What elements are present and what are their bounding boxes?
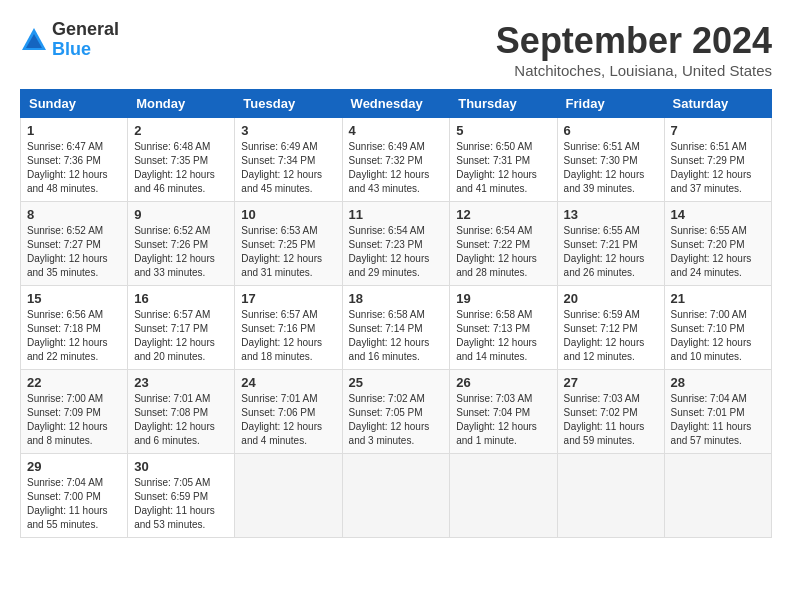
calendar-header-monday: Monday	[128, 90, 235, 118]
calendar-cell: 19Sunrise: 6:58 AM Sunset: 7:13 PM Dayli…	[450, 286, 557, 370]
day-info: Sunrise: 7:05 AM Sunset: 6:59 PM Dayligh…	[134, 476, 228, 532]
day-info: Sunrise: 6:49 AM Sunset: 7:34 PM Dayligh…	[241, 140, 335, 196]
calendar-cell: 26Sunrise: 7:03 AM Sunset: 7:04 PM Dayli…	[450, 370, 557, 454]
day-number: 23	[134, 375, 228, 390]
calendar-cell: 8Sunrise: 6:52 AM Sunset: 7:27 PM Daylig…	[21, 202, 128, 286]
day-number: 9	[134, 207, 228, 222]
day-number: 26	[456, 375, 550, 390]
day-info: Sunrise: 6:55 AM Sunset: 7:21 PM Dayligh…	[564, 224, 658, 280]
calendar-cell: 6Sunrise: 6:51 AM Sunset: 7:30 PM Daylig…	[557, 118, 664, 202]
day-info: Sunrise: 6:54 AM Sunset: 7:23 PM Dayligh…	[349, 224, 444, 280]
calendar-cell: 21Sunrise: 7:00 AM Sunset: 7:10 PM Dayli…	[664, 286, 771, 370]
calendar-week-row: 8Sunrise: 6:52 AM Sunset: 7:27 PM Daylig…	[21, 202, 772, 286]
day-info: Sunrise: 7:02 AM Sunset: 7:05 PM Dayligh…	[349, 392, 444, 448]
day-number: 15	[27, 291, 121, 306]
calendar-cell	[664, 454, 771, 538]
day-number: 21	[671, 291, 765, 306]
day-info: Sunrise: 6:53 AM Sunset: 7:25 PM Dayligh…	[241, 224, 335, 280]
calendar-cell: 11Sunrise: 6:54 AM Sunset: 7:23 PM Dayli…	[342, 202, 450, 286]
calendar-cell: 30Sunrise: 7:05 AM Sunset: 6:59 PM Dayli…	[128, 454, 235, 538]
day-number: 29	[27, 459, 121, 474]
day-number: 22	[27, 375, 121, 390]
calendar-cell: 2Sunrise: 6:48 AM Sunset: 7:35 PM Daylig…	[128, 118, 235, 202]
calendar-cell: 5Sunrise: 6:50 AM Sunset: 7:31 PM Daylig…	[450, 118, 557, 202]
day-number: 6	[564, 123, 658, 138]
calendar-cell: 13Sunrise: 6:55 AM Sunset: 7:21 PM Dayli…	[557, 202, 664, 286]
calendar-cell: 20Sunrise: 6:59 AM Sunset: 7:12 PM Dayli…	[557, 286, 664, 370]
calendar-cell: 16Sunrise: 6:57 AM Sunset: 7:17 PM Dayli…	[128, 286, 235, 370]
logo-icon	[20, 26, 48, 54]
day-info: Sunrise: 6:58 AM Sunset: 7:13 PM Dayligh…	[456, 308, 550, 364]
day-info: Sunrise: 6:50 AM Sunset: 7:31 PM Dayligh…	[456, 140, 550, 196]
calendar-cell: 1Sunrise: 6:47 AM Sunset: 7:36 PM Daylig…	[21, 118, 128, 202]
calendar-cell: 14Sunrise: 6:55 AM Sunset: 7:20 PM Dayli…	[664, 202, 771, 286]
day-number: 1	[27, 123, 121, 138]
day-number: 11	[349, 207, 444, 222]
calendar-cell: 24Sunrise: 7:01 AM Sunset: 7:06 PM Dayli…	[235, 370, 342, 454]
calendar-cell: 3Sunrise: 6:49 AM Sunset: 7:34 PM Daylig…	[235, 118, 342, 202]
day-number: 19	[456, 291, 550, 306]
day-number: 18	[349, 291, 444, 306]
calendar-week-row: 1Sunrise: 6:47 AM Sunset: 7:36 PM Daylig…	[21, 118, 772, 202]
logo-text: General Blue	[52, 20, 119, 60]
day-number: 13	[564, 207, 658, 222]
logo: General Blue	[20, 20, 119, 60]
calendar-cell: 18Sunrise: 6:58 AM Sunset: 7:14 PM Dayli…	[342, 286, 450, 370]
day-number: 10	[241, 207, 335, 222]
calendar-header-saturday: Saturday	[664, 90, 771, 118]
calendar-cell	[450, 454, 557, 538]
day-number: 24	[241, 375, 335, 390]
calendar-header-tuesday: Tuesday	[235, 90, 342, 118]
calendar-header-thursday: Thursday	[450, 90, 557, 118]
day-info: Sunrise: 7:04 AM Sunset: 7:01 PM Dayligh…	[671, 392, 765, 448]
day-info: Sunrise: 7:00 AM Sunset: 7:10 PM Dayligh…	[671, 308, 765, 364]
calendar-cell: 9Sunrise: 6:52 AM Sunset: 7:26 PM Daylig…	[128, 202, 235, 286]
day-number: 7	[671, 123, 765, 138]
day-number: 12	[456, 207, 550, 222]
calendar-cell: 4Sunrise: 6:49 AM Sunset: 7:32 PM Daylig…	[342, 118, 450, 202]
day-info: Sunrise: 6:51 AM Sunset: 7:30 PM Dayligh…	[564, 140, 658, 196]
logo-general: General	[52, 20, 119, 40]
page-header: General Blue September 2024 Natchitoches…	[20, 20, 772, 79]
calendar-cell: 29Sunrise: 7:04 AM Sunset: 7:00 PM Dayli…	[21, 454, 128, 538]
calendar-header-wednesday: Wednesday	[342, 90, 450, 118]
day-number: 20	[564, 291, 658, 306]
calendar-week-row: 15Sunrise: 6:56 AM Sunset: 7:18 PM Dayli…	[21, 286, 772, 370]
day-info: Sunrise: 6:59 AM Sunset: 7:12 PM Dayligh…	[564, 308, 658, 364]
calendar-header-sunday: Sunday	[21, 90, 128, 118]
day-number: 17	[241, 291, 335, 306]
day-number: 16	[134, 291, 228, 306]
day-info: Sunrise: 6:57 AM Sunset: 7:17 PM Dayligh…	[134, 308, 228, 364]
day-number: 2	[134, 123, 228, 138]
day-info: Sunrise: 6:48 AM Sunset: 7:35 PM Dayligh…	[134, 140, 228, 196]
day-number: 27	[564, 375, 658, 390]
day-info: Sunrise: 7:01 AM Sunset: 7:06 PM Dayligh…	[241, 392, 335, 448]
calendar-week-row: 22Sunrise: 7:00 AM Sunset: 7:09 PM Dayli…	[21, 370, 772, 454]
calendar-header-friday: Friday	[557, 90, 664, 118]
calendar-cell: 25Sunrise: 7:02 AM Sunset: 7:05 PM Dayli…	[342, 370, 450, 454]
day-info: Sunrise: 7:00 AM Sunset: 7:09 PM Dayligh…	[27, 392, 121, 448]
day-info: Sunrise: 7:03 AM Sunset: 7:02 PM Dayligh…	[564, 392, 658, 448]
title-block: September 2024 Natchitoches, Louisiana, …	[496, 20, 772, 79]
day-info: Sunrise: 7:04 AM Sunset: 7:00 PM Dayligh…	[27, 476, 121, 532]
day-number: 4	[349, 123, 444, 138]
calendar-cell: 7Sunrise: 6:51 AM Sunset: 7:29 PM Daylig…	[664, 118, 771, 202]
calendar-cell: 12Sunrise: 6:54 AM Sunset: 7:22 PM Dayli…	[450, 202, 557, 286]
calendar-cell	[235, 454, 342, 538]
calendar-cell	[342, 454, 450, 538]
calendar-cell: 23Sunrise: 7:01 AM Sunset: 7:08 PM Dayli…	[128, 370, 235, 454]
day-info: Sunrise: 6:55 AM Sunset: 7:20 PM Dayligh…	[671, 224, 765, 280]
calendar-table: SundayMondayTuesdayWednesdayThursdayFrid…	[20, 89, 772, 538]
calendar-cell: 28Sunrise: 7:04 AM Sunset: 7:01 PM Dayli…	[664, 370, 771, 454]
day-info: Sunrise: 6:49 AM Sunset: 7:32 PM Dayligh…	[349, 140, 444, 196]
logo-blue: Blue	[52, 40, 119, 60]
day-info: Sunrise: 6:52 AM Sunset: 7:26 PM Dayligh…	[134, 224, 228, 280]
day-info: Sunrise: 6:51 AM Sunset: 7:29 PM Dayligh…	[671, 140, 765, 196]
day-info: Sunrise: 7:01 AM Sunset: 7:08 PM Dayligh…	[134, 392, 228, 448]
day-info: Sunrise: 6:54 AM Sunset: 7:22 PM Dayligh…	[456, 224, 550, 280]
day-number: 5	[456, 123, 550, 138]
month-title: September 2024	[496, 20, 772, 62]
day-info: Sunrise: 6:58 AM Sunset: 7:14 PM Dayligh…	[349, 308, 444, 364]
calendar-header-row: SundayMondayTuesdayWednesdayThursdayFrid…	[21, 90, 772, 118]
day-number: 14	[671, 207, 765, 222]
